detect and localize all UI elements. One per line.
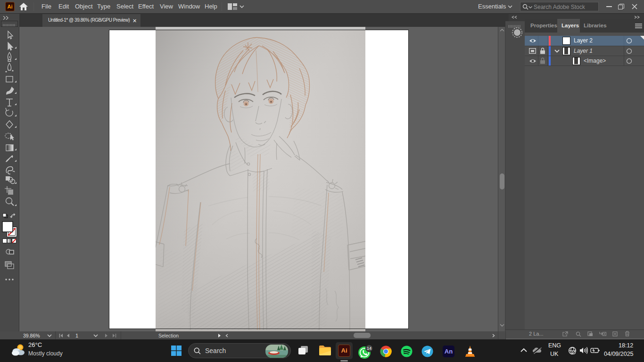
svg-text:14: 14 (367, 346, 372, 351)
